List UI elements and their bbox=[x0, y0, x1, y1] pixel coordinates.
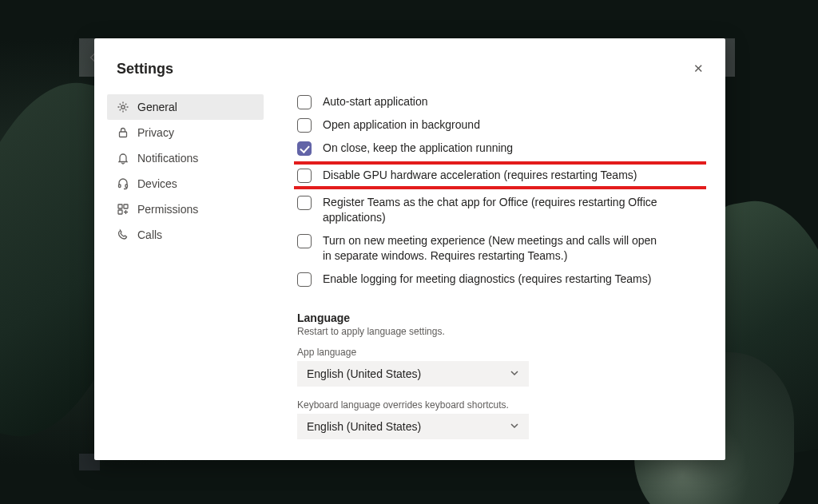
svg-rect-6 bbox=[118, 210, 122, 214]
language-restart-note: Restart to apply language settings. bbox=[294, 326, 706, 337]
sidebar-item-label: Permissions bbox=[137, 203, 198, 216]
headset-icon bbox=[117, 177, 129, 190]
svg-point-0 bbox=[121, 105, 125, 109]
sidebar-item-label: Devices bbox=[137, 177, 177, 190]
checkbox-label: Register Teams as the chat app for Offic… bbox=[323, 195, 666, 225]
checkbox-label: Enable logging for meeting diagnostics (… bbox=[323, 272, 651, 287]
checkbox-row: Enable logging for meeting diagnostics (… bbox=[294, 268, 706, 291]
keyboard-language-value: English (United States) bbox=[307, 420, 421, 433]
sidebar-item-general[interactable]: General bbox=[107, 94, 264, 120]
phone-icon bbox=[117, 228, 129, 241]
sidebar-item-label: Calls bbox=[137, 228, 162, 241]
settings-sidebar: GeneralPrivacyNotificationsDevicesPermis… bbox=[107, 94, 264, 248]
sidebar-item-calls[interactable]: Calls bbox=[107, 222, 264, 248]
checkbox-row: Auto-start application bbox=[294, 90, 706, 113]
svg-rect-3 bbox=[125, 185, 128, 188]
language-header: Language bbox=[294, 312, 706, 324]
close-button[interactable]: ✕ bbox=[689, 59, 708, 78]
lock-icon bbox=[117, 126, 129, 139]
keyboard-language-label: Keyboard language overrides keyboard sho… bbox=[294, 399, 706, 411]
svg-rect-2 bbox=[119, 185, 121, 188]
bell-icon bbox=[117, 152, 129, 165]
checkbox-row: Disable GPU hardware acceleration (requi… bbox=[294, 161, 706, 189]
sidebar-item-permissions[interactable]: Permissions bbox=[107, 196, 264, 222]
app-language-label: App language bbox=[294, 347, 706, 358]
apps-icon bbox=[117, 203, 129, 216]
chevron-down-icon bbox=[510, 367, 519, 380]
close-icon: ✕ bbox=[693, 62, 704, 76]
checkbox[interactable] bbox=[297, 141, 312, 156]
checkbox[interactable] bbox=[297, 234, 312, 248]
checkbox[interactable] bbox=[297, 196, 312, 210]
sidebar-item-label: Privacy bbox=[137, 126, 174, 139]
checkbox-row: Open application in background bbox=[294, 113, 706, 137]
checkbox[interactable] bbox=[297, 169, 312, 183]
sidebar-item-devices[interactable]: Devices bbox=[107, 171, 264, 196]
checkbox-label: On close, keep the application running bbox=[323, 141, 513, 156]
checkbox[interactable] bbox=[297, 272, 312, 287]
chevron-down-icon bbox=[510, 420, 519, 433]
checkbox-label: Disable GPU hardware acceleration (requi… bbox=[323, 168, 637, 183]
checkbox-row: On close, keep the application running bbox=[294, 137, 706, 160]
checkbox-label: Turn on new meeting experience (New meet… bbox=[323, 233, 666, 264]
app-language-value: English (United States) bbox=[307, 367, 421, 380]
svg-rect-1 bbox=[120, 132, 127, 137]
checkbox[interactable] bbox=[297, 95, 312, 109]
sidebar-item-notifications[interactable]: Notifications bbox=[107, 145, 264, 171]
gear-icon bbox=[117, 101, 129, 113]
sidebar-item-privacy[interactable]: Privacy bbox=[107, 120, 264, 145]
app-language-select[interactable]: English (United States) bbox=[297, 361, 529, 387]
checkbox-label: Auto-start application bbox=[323, 94, 428, 109]
checkbox-label: Open application in background bbox=[323, 117, 480, 133]
settings-content: Auto-start applicationOpen application i… bbox=[294, 90, 706, 460]
settings-dialog: Settings ✕ GeneralPrivacyNotificationsDe… bbox=[94, 38, 725, 460]
svg-rect-5 bbox=[124, 204, 128, 208]
sidebar-item-label: General bbox=[137, 101, 177, 113]
checkbox-row: Turn on new meeting experience (New meet… bbox=[294, 229, 706, 268]
sidebar-item-label: Notifications bbox=[137, 152, 198, 165]
svg-rect-4 bbox=[118, 204, 122, 208]
checkbox[interactable] bbox=[297, 118, 312, 133]
dialog-title: Settings bbox=[117, 61, 173, 77]
checkbox-row: Register Teams as the chat app for Offic… bbox=[294, 191, 706, 229]
keyboard-language-select[interactable]: English (United States) bbox=[297, 414, 529, 439]
